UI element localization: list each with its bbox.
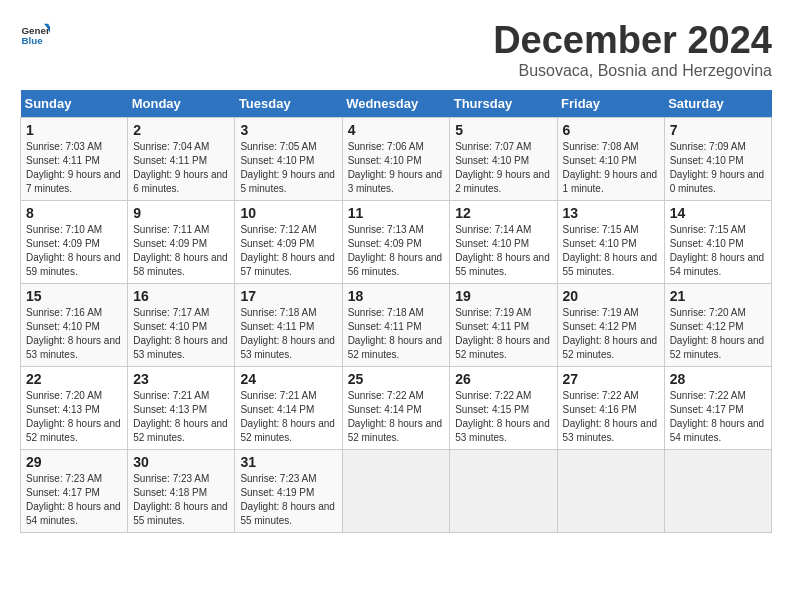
day-number: 3 (240, 122, 336, 138)
day-info: Sunrise: 7:20 AM Sunset: 4:12 PM Dayligh… (670, 306, 766, 362)
day-info: Sunrise: 7:16 AM Sunset: 4:10 PM Dayligh… (26, 306, 122, 362)
calendar-cell: 30Sunrise: 7:23 AM Sunset: 4:18 PM Dayli… (128, 449, 235, 532)
day-number: 28 (670, 371, 766, 387)
day-info: Sunrise: 7:15 AM Sunset: 4:10 PM Dayligh… (563, 223, 659, 279)
calendar-cell: 12Sunrise: 7:14 AM Sunset: 4:10 PM Dayli… (450, 200, 557, 283)
day-info: Sunrise: 7:10 AM Sunset: 4:09 PM Dayligh… (26, 223, 122, 279)
day-info: Sunrise: 7:12 AM Sunset: 4:09 PM Dayligh… (240, 223, 336, 279)
calendar-cell: 5Sunrise: 7:07 AM Sunset: 4:10 PM Daylig… (450, 117, 557, 200)
day-info: Sunrise: 7:22 AM Sunset: 4:14 PM Dayligh… (348, 389, 445, 445)
header-day: Tuesday (235, 90, 342, 118)
calendar-cell: 13Sunrise: 7:15 AM Sunset: 4:10 PM Dayli… (557, 200, 664, 283)
calendar-week-row: 22Sunrise: 7:20 AM Sunset: 4:13 PM Dayli… (21, 366, 772, 449)
day-number: 7 (670, 122, 766, 138)
day-number: 4 (348, 122, 445, 138)
day-number: 12 (455, 205, 551, 221)
day-number: 30 (133, 454, 229, 470)
day-info: Sunrise: 7:11 AM Sunset: 4:09 PM Dayligh… (133, 223, 229, 279)
calendar-cell (450, 449, 557, 532)
day-info: Sunrise: 7:04 AM Sunset: 4:11 PM Dayligh… (133, 140, 229, 196)
calendar-cell: 18Sunrise: 7:18 AM Sunset: 4:11 PM Dayli… (342, 283, 450, 366)
calendar-cell: 26Sunrise: 7:22 AM Sunset: 4:15 PM Dayli… (450, 366, 557, 449)
calendar-cell: 11Sunrise: 7:13 AM Sunset: 4:09 PM Dayli… (342, 200, 450, 283)
day-info: Sunrise: 7:09 AM Sunset: 4:10 PM Dayligh… (670, 140, 766, 196)
day-number: 6 (563, 122, 659, 138)
calendar-cell: 7Sunrise: 7:09 AM Sunset: 4:10 PM Daylig… (664, 117, 771, 200)
svg-text:General: General (22, 25, 51, 36)
day-number: 26 (455, 371, 551, 387)
day-info: Sunrise: 7:18 AM Sunset: 4:11 PM Dayligh… (240, 306, 336, 362)
calendar-cell: 20Sunrise: 7:19 AM Sunset: 4:12 PM Dayli… (557, 283, 664, 366)
day-info: Sunrise: 7:06 AM Sunset: 4:10 PM Dayligh… (348, 140, 445, 196)
calendar-cell: 22Sunrise: 7:20 AM Sunset: 4:13 PM Dayli… (21, 366, 128, 449)
calendar-cell: 2Sunrise: 7:04 AM Sunset: 4:11 PM Daylig… (128, 117, 235, 200)
calendar-cell: 9Sunrise: 7:11 AM Sunset: 4:09 PM Daylig… (128, 200, 235, 283)
calendar-cell: 28Sunrise: 7:22 AM Sunset: 4:17 PM Dayli… (664, 366, 771, 449)
day-info: Sunrise: 7:22 AM Sunset: 4:16 PM Dayligh… (563, 389, 659, 445)
header-day: Sunday (21, 90, 128, 118)
calendar-cell (342, 449, 450, 532)
svg-text:Blue: Blue (22, 35, 44, 46)
calendar-cell: 24Sunrise: 7:21 AM Sunset: 4:14 PM Dayli… (235, 366, 342, 449)
header-day: Monday (128, 90, 235, 118)
calendar-cell: 27Sunrise: 7:22 AM Sunset: 4:16 PM Dayli… (557, 366, 664, 449)
day-info: Sunrise: 7:22 AM Sunset: 4:17 PM Dayligh… (670, 389, 766, 445)
calendar-cell: 10Sunrise: 7:12 AM Sunset: 4:09 PM Dayli… (235, 200, 342, 283)
day-number: 29 (26, 454, 122, 470)
calendar-cell: 23Sunrise: 7:21 AM Sunset: 4:13 PM Dayli… (128, 366, 235, 449)
day-info: Sunrise: 7:08 AM Sunset: 4:10 PM Dayligh… (563, 140, 659, 196)
day-number: 21 (670, 288, 766, 304)
day-info: Sunrise: 7:03 AM Sunset: 4:11 PM Dayligh… (26, 140, 122, 196)
day-info: Sunrise: 7:14 AM Sunset: 4:10 PM Dayligh… (455, 223, 551, 279)
day-info: Sunrise: 7:17 AM Sunset: 4:10 PM Dayligh… (133, 306, 229, 362)
day-number: 31 (240, 454, 336, 470)
calendar-cell: 25Sunrise: 7:22 AM Sunset: 4:14 PM Dayli… (342, 366, 450, 449)
day-number: 8 (26, 205, 122, 221)
calendar-cell (557, 449, 664, 532)
day-info: Sunrise: 7:19 AM Sunset: 4:11 PM Dayligh… (455, 306, 551, 362)
day-info: Sunrise: 7:18 AM Sunset: 4:11 PM Dayligh… (348, 306, 445, 362)
calendar-cell: 14Sunrise: 7:15 AM Sunset: 4:10 PM Dayli… (664, 200, 771, 283)
day-number: 5 (455, 122, 551, 138)
day-number: 25 (348, 371, 445, 387)
day-number: 1 (26, 122, 122, 138)
day-number: 23 (133, 371, 229, 387)
header-day: Saturday (664, 90, 771, 118)
day-info: Sunrise: 7:23 AM Sunset: 4:18 PM Dayligh… (133, 472, 229, 528)
title-area: December 2024 Busovaca, Bosnia and Herze… (493, 20, 772, 80)
day-info: Sunrise: 7:15 AM Sunset: 4:10 PM Dayligh… (670, 223, 766, 279)
subtitle: Busovaca, Bosnia and Herzegovina (493, 62, 772, 80)
day-number: 19 (455, 288, 551, 304)
calendar-cell: 4Sunrise: 7:06 AM Sunset: 4:10 PM Daylig… (342, 117, 450, 200)
calendar-cell: 21Sunrise: 7:20 AM Sunset: 4:12 PM Dayli… (664, 283, 771, 366)
day-number: 13 (563, 205, 659, 221)
day-number: 20 (563, 288, 659, 304)
calendar-cell: 31Sunrise: 7:23 AM Sunset: 4:19 PM Dayli… (235, 449, 342, 532)
day-number: 16 (133, 288, 229, 304)
day-info: Sunrise: 7:07 AM Sunset: 4:10 PM Dayligh… (455, 140, 551, 196)
header-day: Wednesday (342, 90, 450, 118)
header-day: Thursday (450, 90, 557, 118)
day-number: 15 (26, 288, 122, 304)
day-number: 24 (240, 371, 336, 387)
day-info: Sunrise: 7:05 AM Sunset: 4:10 PM Dayligh… (240, 140, 336, 196)
calendar-cell: 6Sunrise: 7:08 AM Sunset: 4:10 PM Daylig… (557, 117, 664, 200)
day-number: 14 (670, 205, 766, 221)
calendar-cell: 8Sunrise: 7:10 AM Sunset: 4:09 PM Daylig… (21, 200, 128, 283)
day-info: Sunrise: 7:21 AM Sunset: 4:14 PM Dayligh… (240, 389, 336, 445)
day-info: Sunrise: 7:20 AM Sunset: 4:13 PM Dayligh… (26, 389, 122, 445)
day-number: 11 (348, 205, 445, 221)
calendar-week-row: 8Sunrise: 7:10 AM Sunset: 4:09 PM Daylig… (21, 200, 772, 283)
day-number: 22 (26, 371, 122, 387)
logo: General Blue (20, 20, 50, 50)
calendar-cell: 3Sunrise: 7:05 AM Sunset: 4:10 PM Daylig… (235, 117, 342, 200)
calendar-cell (664, 449, 771, 532)
calendar-cell: 1Sunrise: 7:03 AM Sunset: 4:11 PM Daylig… (21, 117, 128, 200)
calendar-cell: 29Sunrise: 7:23 AM Sunset: 4:17 PM Dayli… (21, 449, 128, 532)
day-number: 2 (133, 122, 229, 138)
day-info: Sunrise: 7:23 AM Sunset: 4:19 PM Dayligh… (240, 472, 336, 528)
calendar-cell: 16Sunrise: 7:17 AM Sunset: 4:10 PM Dayli… (128, 283, 235, 366)
day-number: 10 (240, 205, 336, 221)
day-number: 17 (240, 288, 336, 304)
calendar-cell: 15Sunrise: 7:16 AM Sunset: 4:10 PM Dayli… (21, 283, 128, 366)
